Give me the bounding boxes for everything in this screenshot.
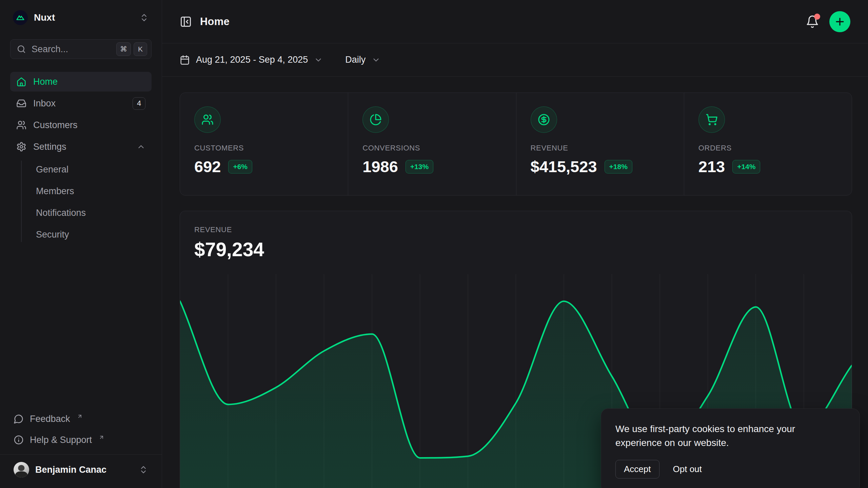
- stat-delta-badge: +6%: [228, 160, 252, 174]
- sidebar-item-label: Settings: [33, 142, 66, 152]
- pie-chart-icon: [362, 106, 389, 133]
- users-icon: [16, 120, 26, 130]
- workspace-switcher[interactable]: Nuxt: [10, 9, 152, 26]
- filters-toolbar: Aug 21, 2025 - Sep 4, 2025 Daily: [162, 43, 868, 77]
- stat-label: ORDERS: [698, 144, 837, 152]
- sidebar-item-inbox[interactable]: Inbox 4: [10, 94, 152, 113]
- calendar-icon: [180, 55, 190, 65]
- cookie-message: We use first-party cookies to enhance yo…: [615, 422, 826, 450]
- sidebar-item-general[interactable]: General: [10, 159, 152, 180]
- chevron-down-icon: [314, 56, 323, 64]
- sidebar-item-settings[interactable]: Settings: [10, 137, 152, 157]
- brand-name: Nuxt: [34, 12, 55, 23]
- revenue-header: REVENUE $79,234: [180, 211, 852, 274]
- inbox-icon: [16, 98, 26, 108]
- nuxt-logo-icon: [13, 10, 28, 25]
- page-title: Home: [200, 16, 230, 28]
- stat-customers[interactable]: CUSTOMERS 692 +6%: [180, 93, 348, 195]
- user-avatar: [14, 462, 29, 477]
- sidebar-item-label: Customers: [33, 120, 78, 130]
- notification-dot: [814, 14, 820, 20]
- inbox-unread-badge: 4: [133, 97, 145, 110]
- cart-icon: [698, 106, 725, 133]
- plus-icon: [834, 16, 846, 27]
- sidebar-item-label: Inbox: [33, 98, 56, 109]
- users-icon: [194, 106, 221, 133]
- date-range-picker[interactable]: Aug 21, 2025 - Sep 4, 2025: [180, 55, 323, 65]
- sidebar-footer: Feedback Help & Support Benjamin Canac: [10, 408, 152, 485]
- stats-row: CUSTOMERS 692 +6% CONVERSIONS 1986 +13%: [180, 93, 852, 196]
- sidebar-collapse-icon[interactable]: [180, 16, 192, 28]
- chevrons-up-down-icon: [139, 13, 149, 22]
- cookie-accept-button[interactable]: Accept: [615, 460, 659, 479]
- kbd-cmd: ⌘: [116, 42, 131, 56]
- chevron-up-icon: [137, 142, 145, 151]
- stat-orders[interactable]: ORDERS 213 +14%: [684, 93, 852, 195]
- feedback-label: Feedback: [30, 414, 70, 424]
- revenue-value: $79,234: [194, 238, 837, 261]
- search-placeholder: Search...: [32, 44, 68, 55]
- stat-value: 1986: [362, 157, 398, 176]
- user-name: Benjamin Canac: [35, 465, 106, 475]
- stat-label: CONVERSIONS: [362, 144, 501, 152]
- revenue-label: REVENUE: [194, 225, 837, 234]
- add-button[interactable]: [829, 11, 850, 32]
- topbar: Home: [162, 0, 868, 43]
- date-range-value: Aug 21, 2025 - Sep 4, 2025: [196, 55, 308, 65]
- home-icon: [16, 77, 26, 87]
- settings-subnav: General Members Notifications Security: [10, 159, 152, 245]
- period-value: Daily: [345, 55, 366, 65]
- kbd-k: K: [134, 42, 147, 56]
- stat-delta-badge: +14%: [732, 160, 760, 174]
- cookie-optout-button[interactable]: Opt out: [673, 464, 702, 474]
- sidebar-item-home[interactable]: Home: [10, 72, 152, 92]
- topbar-left: Home: [180, 16, 230, 28]
- notifications-button[interactable]: [806, 15, 819, 28]
- info-circle-icon: [14, 435, 24, 445]
- stat-delta-badge: +18%: [605, 160, 632, 174]
- sidebar-item-notifications[interactable]: Notifications: [10, 202, 152, 224]
- sidebar-item-customers[interactable]: Customers: [10, 115, 152, 135]
- search-input[interactable]: Search... ⌘ K: [10, 39, 152, 59]
- stat-label: REVENUE: [531, 144, 670, 152]
- chevrons-up-down-icon: [139, 465, 148, 474]
- user-menu[interactable]: Benjamin Canac: [10, 455, 152, 485]
- help-support-label: Help & Support: [30, 435, 92, 445]
- stat-label: CUSTOMERS: [194, 144, 334, 152]
- stat-value: 692: [194, 157, 221, 176]
- sidebar-item-security[interactable]: Security: [10, 224, 152, 245]
- topbar-actions: [806, 11, 850, 32]
- sidebar: Nuxt Search... ⌘ K Home: [0, 0, 162, 488]
- gear-icon: [16, 142, 26, 152]
- stat-value: 213: [698, 157, 725, 176]
- cookie-actions: Accept Opt out: [615, 460, 845, 479]
- dollar-circle-icon: [531, 106, 557, 133]
- chat-bubble-icon: [14, 414, 24, 424]
- help-support-link[interactable]: Help & Support: [10, 429, 152, 450]
- external-link-icon: [77, 413, 83, 419]
- chevron-down-icon: [372, 56, 380, 64]
- stat-conversions[interactable]: CONVERSIONS 1986 +13%: [348, 93, 516, 195]
- sidebar-item-members[interactable]: Members: [10, 180, 152, 202]
- sidebar-nav: Home Inbox 4 Customers Settings: [10, 72, 152, 245]
- stat-value: $415,523: [531, 157, 597, 176]
- period-select[interactable]: Daily: [345, 55, 380, 65]
- search-shortcut: ⌘ K: [116, 42, 147, 56]
- sidebar-item-label: Home: [33, 77, 58, 87]
- external-link-icon: [99, 434, 104, 440]
- search-icon: [17, 44, 26, 54]
- stat-revenue[interactable]: REVENUE $415,523 +18%: [516, 93, 684, 195]
- cookie-banner: We use first-party cookies to enhance yo…: [601, 408, 860, 488]
- stat-delta-badge: +13%: [406, 160, 433, 174]
- feedback-link[interactable]: Feedback: [10, 408, 152, 429]
